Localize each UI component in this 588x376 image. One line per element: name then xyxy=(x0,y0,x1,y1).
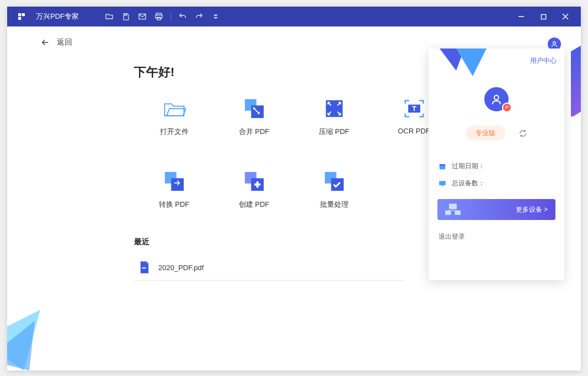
app-window: 万兴PDF专家 xyxy=(7,7,581,370)
action-label: 创建 PDF xyxy=(239,200,270,210)
expiry-row: 过期日期： xyxy=(439,162,554,171)
convert-icon xyxy=(163,170,186,193)
svg-rect-24 xyxy=(439,181,446,185)
svg-point-21 xyxy=(494,95,499,100)
action-create-pdf[interactable]: 创建 PDF xyxy=(214,170,294,210)
create-icon xyxy=(243,170,266,193)
devices-icon xyxy=(445,203,461,216)
batch-icon xyxy=(323,170,346,193)
user-center-link[interactable]: 用户中心 xyxy=(530,56,557,66)
more-devices-button[interactable]: 更多设备 > xyxy=(437,199,555,220)
minimize-button[interactable] xyxy=(510,7,532,26)
action-label: 合并 PDF xyxy=(239,127,270,137)
pdf-file-icon xyxy=(140,261,151,273)
action-open-file[interactable]: 打开文件 xyxy=(134,97,214,137)
app-logo-icon xyxy=(16,11,27,22)
window-controls xyxy=(510,7,576,26)
devices-label: 总设备数： xyxy=(452,179,485,188)
svg-rect-6 xyxy=(541,14,546,19)
redo-button[interactable] xyxy=(191,7,207,26)
mail-button[interactable] xyxy=(134,7,151,26)
svg-point-9 xyxy=(553,41,556,44)
calendar-icon xyxy=(439,163,446,170)
svg-rect-28 xyxy=(455,211,461,215)
more-menu-button[interactable] xyxy=(207,7,224,26)
avatar-wrap: P xyxy=(429,87,564,111)
svg-rect-0 xyxy=(125,13,127,15)
action-convert-pdf[interactable]: 转换 PDF xyxy=(134,170,214,210)
recent-section: 最近 2020_PDF.pdf xyxy=(134,237,404,281)
logout-link[interactable]: 退出登录 xyxy=(439,232,554,241)
svg-rect-23 xyxy=(440,164,446,165)
recent-item[interactable]: 2020_PDF.pdf xyxy=(134,257,404,281)
svg-rect-26 xyxy=(449,204,457,210)
action-label: 打开文件 xyxy=(160,127,189,137)
monitor-icon xyxy=(439,180,446,187)
svg-rect-27 xyxy=(445,211,451,215)
folder-open-icon xyxy=(163,97,186,120)
save-button[interactable] xyxy=(117,7,134,26)
devices-row: 总设备数： xyxy=(439,179,554,188)
recent-item-name: 2020_PDF.pdf xyxy=(158,264,204,272)
maximize-button[interactable] xyxy=(532,7,554,26)
svg-rect-25 xyxy=(441,185,443,186)
plan-badge: P xyxy=(502,103,512,112)
action-compress-pdf[interactable]: 压缩 PDF xyxy=(294,97,374,137)
svg-rect-20 xyxy=(142,267,146,268)
print-button[interactable] xyxy=(151,7,167,26)
action-label: 压缩 PDF xyxy=(319,127,350,137)
action-label: 批量处理 xyxy=(320,200,349,210)
expiry-label: 过期日期： xyxy=(452,162,485,171)
toolbar-separator xyxy=(170,12,171,21)
panel-decoration xyxy=(440,49,489,79)
plan-pill[interactable]: 专业版 xyxy=(466,126,505,141)
right-decoration xyxy=(571,46,581,117)
action-batch[interactable]: 批量处理 xyxy=(294,170,374,210)
open-folder-button[interactable] xyxy=(101,7,117,26)
actions-grid: 打开文件 合并 PDF 压缩 PDF OCR PDF xyxy=(134,97,454,210)
action-merge-pdf[interactable]: 合并 PDF xyxy=(214,97,294,137)
back-label[interactable]: 返回 xyxy=(57,37,72,47)
undo-button[interactable] xyxy=(174,7,191,26)
merge-icon xyxy=(243,97,266,120)
titlebar: 万兴PDF专家 xyxy=(7,7,581,26)
action-label: 转换 PDF xyxy=(159,200,190,210)
user-panel: 用户中心 P 专业版 过期日期： xyxy=(429,49,564,280)
action-label: OCR PDF xyxy=(398,127,430,135)
content-area: 返回 下午好! 打开文件 合并 PDF xyxy=(7,26,581,370)
refresh-icon[interactable] xyxy=(518,129,527,138)
info-rows: 过期日期： 总设备数： xyxy=(439,162,554,188)
more-devices-label: 更多设备 > xyxy=(516,205,548,214)
app-title: 万兴PDF专家 xyxy=(36,12,79,22)
recent-title: 最近 xyxy=(134,237,404,247)
close-button[interactable] xyxy=(554,7,576,26)
compress-icon xyxy=(323,97,346,120)
back-arrow-icon[interactable] xyxy=(40,37,50,47)
corner-decoration xyxy=(7,310,46,370)
plan-row: 专业版 xyxy=(429,126,564,141)
ocr-icon xyxy=(403,97,426,120)
